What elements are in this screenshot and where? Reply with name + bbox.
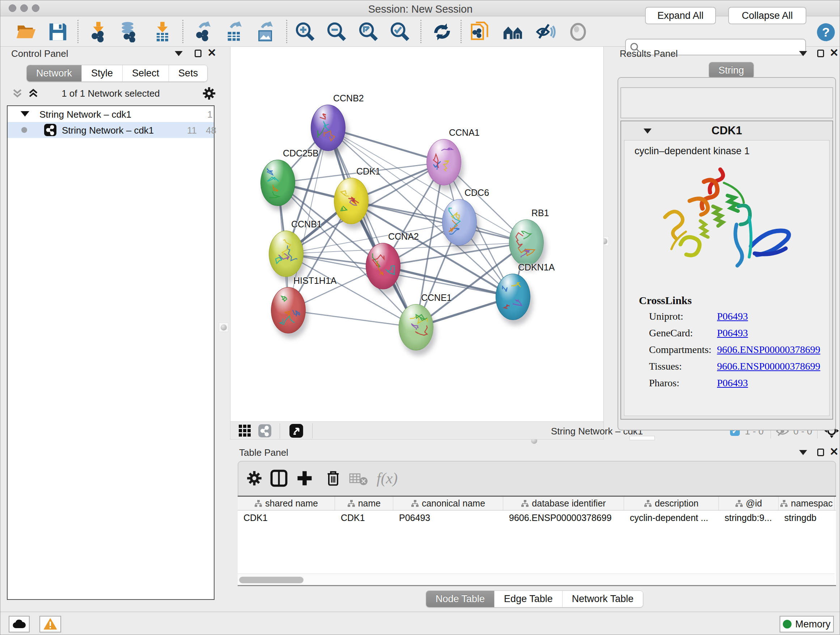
node-structure-thumbnail xyxy=(340,186,363,217)
panel-menu-icon[interactable] xyxy=(175,51,183,56)
column-header-@id[interactable]: @id xyxy=(719,497,778,510)
panel-float-icon[interactable] xyxy=(817,50,824,57)
node-CCNB2[interactable] xyxy=(311,105,346,151)
node-CDK1[interactable] xyxy=(334,178,369,224)
column-header-database-identifier[interactable]: database identifier xyxy=(503,497,624,510)
edge-HIST1H1A-CCNE1[interactable] xyxy=(288,310,416,327)
cell-@id[interactable]: stringdb:9... xyxy=(719,510,778,526)
export-network-icon[interactable] xyxy=(193,21,213,42)
crosslink-link[interactable]: P06493 xyxy=(717,377,748,389)
panel-close-icon[interactable]: ✕ xyxy=(207,49,216,57)
tab-sets[interactable]: Sets xyxy=(169,65,207,81)
save-session-icon[interactable] xyxy=(47,21,68,42)
import-network-file-icon[interactable] xyxy=(88,21,109,42)
network-collection-row[interactable]: String Network – cdk1 1 xyxy=(8,106,214,122)
cloud-button[interactable] xyxy=(9,616,30,632)
panel-menu-icon[interactable] xyxy=(799,51,807,56)
network-canvas[interactable]: CCNB2CCNA1CDC25BCDK1CDC6RB1CCNB1CCNA2CDK… xyxy=(230,47,604,421)
left-splitter-handle[interactable] xyxy=(219,323,228,332)
open-session-icon[interactable] xyxy=(16,21,36,42)
collapse-all-button[interactable]: Collapse All xyxy=(728,7,806,24)
zoom-in-icon[interactable] xyxy=(295,21,316,42)
card-scrollbar-notch[interactable] xyxy=(630,436,655,440)
delete-column-icon[interactable] xyxy=(325,470,341,486)
crosslink-link[interactable]: 9606.ENSP00000378699 xyxy=(717,344,820,356)
add-column-icon[interactable] xyxy=(296,470,313,486)
network-row[interactable]: String Network – cdk1 11 48 xyxy=(8,122,214,138)
tab-select[interactable]: Select xyxy=(123,65,169,81)
warnings-button[interactable] xyxy=(39,616,61,632)
string-view-icon[interactable] xyxy=(258,424,272,438)
cell-database-identifier[interactable]: 9606.ENSP00000378699 xyxy=(503,510,624,526)
zoom-out-icon[interactable] xyxy=(326,21,347,42)
birds-eye-grid-icon[interactable] xyxy=(238,424,251,437)
show-columns-icon[interactable] xyxy=(270,470,287,487)
panel-close-icon[interactable]: ✕ xyxy=(829,448,838,456)
column-header-shared-name[interactable]: shared name xyxy=(238,497,335,510)
detach-view-icon[interactable] xyxy=(289,424,303,438)
table-horizontal-scrollbar[interactable] xyxy=(238,573,835,586)
column-label: @id xyxy=(746,498,762,509)
export-image-icon[interactable] xyxy=(255,21,276,42)
toolbar-separator xyxy=(77,20,79,43)
cell-name[interactable]: CDK1 xyxy=(335,510,393,526)
cell-namespac[interactable]: stringdb xyxy=(778,510,835,526)
function-builder-icon[interactable]: f(x) xyxy=(377,470,398,487)
import-network-database-icon[interactable] xyxy=(118,21,140,42)
memory-button[interactable]: Memory xyxy=(780,616,834,632)
tab-string[interactable]: String xyxy=(709,62,753,79)
first-neighbors-icon[interactable] xyxy=(502,21,523,42)
tab-node-table[interactable]: Node Table xyxy=(426,591,494,607)
export-table-icon[interactable] xyxy=(224,21,245,42)
node-CDC25B[interactable] xyxy=(261,160,295,206)
crosslink-link[interactable]: P06493 xyxy=(717,327,748,339)
table-options-gear-icon[interactable] xyxy=(246,470,262,486)
node-CCNA2[interactable] xyxy=(366,243,401,289)
help-icon[interactable]: ? xyxy=(816,23,835,42)
tab-style[interactable]: Style xyxy=(82,65,123,81)
collection-expand-icon[interactable] xyxy=(21,111,29,117)
scrollbar-thumb[interactable] xyxy=(239,577,303,583)
edge-CCNB2-CCNE1[interactable] xyxy=(328,128,416,327)
cell-description[interactable]: cyclin-dependent ... xyxy=(624,510,719,526)
node-CCNB1[interactable] xyxy=(269,231,303,277)
tab-network[interactable]: Network xyxy=(27,65,82,81)
table-row[interactable]: CDK1CDK1P064939606.ENSP00000378699cyclin… xyxy=(238,510,836,526)
zoom-selected-icon[interactable] xyxy=(390,21,411,42)
delete-table-icon[interactable] xyxy=(349,472,368,486)
panel-float-icon[interactable] xyxy=(817,448,824,456)
node-CDC6[interactable] xyxy=(442,199,477,245)
collection-label: String Network – cdk1 xyxy=(39,109,131,120)
memory-status-dot-icon xyxy=(783,620,791,629)
tab-network-table[interactable]: Network Table xyxy=(562,591,643,607)
column-header-namespac[interactable]: namespac xyxy=(778,497,835,510)
panel-menu-icon[interactable] xyxy=(799,450,807,455)
node-CDKN1A[interactable] xyxy=(496,274,531,320)
import-table-file-icon[interactable] xyxy=(152,21,173,42)
column-header-description[interactable]: description xyxy=(624,497,719,510)
node-CCNA1[interactable] xyxy=(426,139,461,185)
cell-canonical-name[interactable]: P06493 xyxy=(393,510,503,526)
node-HIST1H1A[interactable] xyxy=(271,287,306,333)
refresh-icon[interactable] xyxy=(431,21,453,42)
crosslink-link[interactable]: 9606.ENSP00000378699 xyxy=(717,361,820,372)
node-structure-thumbnail xyxy=(277,295,300,326)
panel-close-icon[interactable]: ✕ xyxy=(829,49,838,57)
zoom-fit-icon[interactable] xyxy=(358,21,379,42)
node-CCNE1[interactable] xyxy=(399,304,433,350)
clone-network-icon[interactable] xyxy=(470,21,491,42)
expand-all-button[interactable]: Expand All xyxy=(645,7,716,24)
crosslink-link[interactable]: P06493 xyxy=(717,310,748,322)
results-panel-title: Results Panel xyxy=(620,48,677,59)
edge-CCNB2-CCNA1[interactable] xyxy=(328,128,444,162)
column-header-canonical-name[interactable]: canonical name xyxy=(393,497,503,510)
column-header-name[interactable]: name xyxy=(335,497,393,510)
network-options-gear-icon[interactable] xyxy=(202,87,216,100)
node-label-CCNE1: CCNE1 xyxy=(421,293,452,303)
node-RB1[interactable] xyxy=(509,219,544,266)
show-hide-icon[interactable] xyxy=(535,21,556,42)
highlight-icon[interactable] xyxy=(568,21,589,42)
cell-shared-name[interactable]: CDK1 xyxy=(238,510,335,526)
panel-float-icon[interactable] xyxy=(195,50,202,57)
tab-edge-table[interactable]: Edge Table xyxy=(494,591,562,607)
